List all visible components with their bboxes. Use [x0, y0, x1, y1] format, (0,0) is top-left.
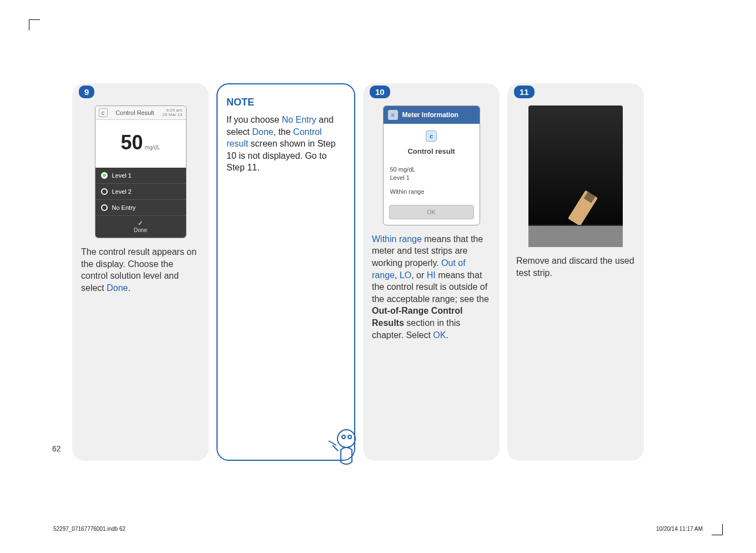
meter-value-level: Level 1	[390, 174, 473, 182]
back-icon: c	[99, 108, 108, 117]
t: No Entry	[282, 115, 316, 124]
value-unit: mg/dL	[145, 144, 160, 150]
step-10-caption: Within range means that the meter and te…	[372, 233, 491, 341]
phone-time: 9:29 am 29 Mar 14	[162, 108, 182, 117]
control-result-screen: c Control Result 9:29 am 29 Mar 14 50 mg…	[95, 105, 187, 238]
svg-point-2	[348, 435, 351, 439]
t: OK	[433, 330, 446, 340]
control-result-title: Control result	[389, 147, 474, 155]
step-10-panel: 10 ≡ Meter Information c Control result …	[363, 83, 500, 461]
svg-point-0	[337, 430, 355, 448]
step-badge-10: 10	[370, 86, 390, 98]
caption-highlight: Done	[107, 283, 128, 293]
meter-values: 50 mg/dL Level 1	[384, 165, 480, 188]
mascot-icon	[324, 423, 364, 471]
svg-point-1	[342, 435, 345, 439]
result-value: 50 mg/dL	[95, 120, 186, 168]
caption-text: .	[128, 283, 130, 293]
footer-timestamp: 10/20/14 11:17 AM	[656, 526, 703, 532]
t: If you choose	[226, 115, 282, 124]
check-icon: ✓	[95, 219, 186, 227]
phone-title: Control Result	[115, 109, 154, 116]
step-9-caption: The control result appears on the displa…	[81, 246, 200, 294]
radio-icon	[101, 204, 108, 211]
option-label: No Entry	[112, 204, 136, 211]
meter-body: c Control result	[384, 124, 480, 165]
note-panel: NOTE If you choose No Entry and select D…	[216, 83, 355, 461]
meter-info-screen: ≡ Meter Information c Control result 50 …	[383, 105, 480, 225]
meter-slot	[528, 225, 623, 247]
done-button: ✓ Done	[95, 216, 186, 238]
meter-header: ≡ Meter Information	[384, 106, 480, 124]
note-title: NOTE	[226, 97, 345, 108]
phone-header: c Control Result 9:29 am 29 Mar 14	[95, 106, 186, 120]
option-label: Level 2	[112, 188, 132, 195]
meter-range-status: Within range	[384, 188, 480, 202]
time-bot: 29 Mar 14	[162, 112, 182, 117]
option-level2: Level 2	[95, 184, 186, 200]
crop-mark-top-left	[29, 19, 40, 31]
step-11-caption: Remove and discard the used test strip.	[516, 255, 635, 279]
radio-selected-icon	[101, 172, 108, 179]
caption-text: The control result appears on the displa…	[81, 247, 196, 293]
t: , the	[274, 127, 294, 137]
page-content: 9 c Control Result 9:29 am 29 Mar 14 50 …	[72, 83, 644, 461]
t: .	[446, 330, 448, 340]
step-badge-11: 11	[514, 86, 535, 98]
option-no-entry: No Entry	[95, 200, 186, 216]
t: ,	[395, 270, 400, 280]
option-level1: Level 1	[95, 168, 186, 184]
page-number: 62	[52, 444, 61, 453]
meter-header-title: Meter Information	[402, 111, 458, 119]
t: HI	[427, 270, 436, 280]
radio-icon	[101, 188, 108, 195]
t: Within range	[372, 234, 422, 244]
step-11-panel: 11 Remove and discard the used test stri…	[507, 83, 644, 461]
menu-icon: ≡	[388, 110, 398, 120]
footer-file: 52297_07167776001.indb 62	[53, 526, 125, 532]
strip-removal-image	[528, 105, 623, 247]
meter-value-reading: 50 mg/dL	[390, 165, 473, 174]
t: LO	[400, 270, 411, 280]
crop-mark-bottom-right	[712, 524, 723, 535]
control-icon: c	[426, 130, 437, 142]
t: Done	[252, 127, 273, 137]
value-number: 50	[121, 131, 143, 154]
t: , or	[411, 270, 427, 280]
step-9-panel: 9 c Control Result 9:29 am 29 Mar 14 50 …	[72, 83, 209, 461]
test-strip	[568, 190, 598, 227]
done-label: Done	[95, 227, 186, 233]
step-badge-9: 9	[79, 86, 94, 98]
note-text: If you choose No Entry and select Done, …	[226, 114, 345, 174]
ok-button: OK	[389, 205, 474, 219]
option-label: Level 1	[112, 172, 132, 179]
